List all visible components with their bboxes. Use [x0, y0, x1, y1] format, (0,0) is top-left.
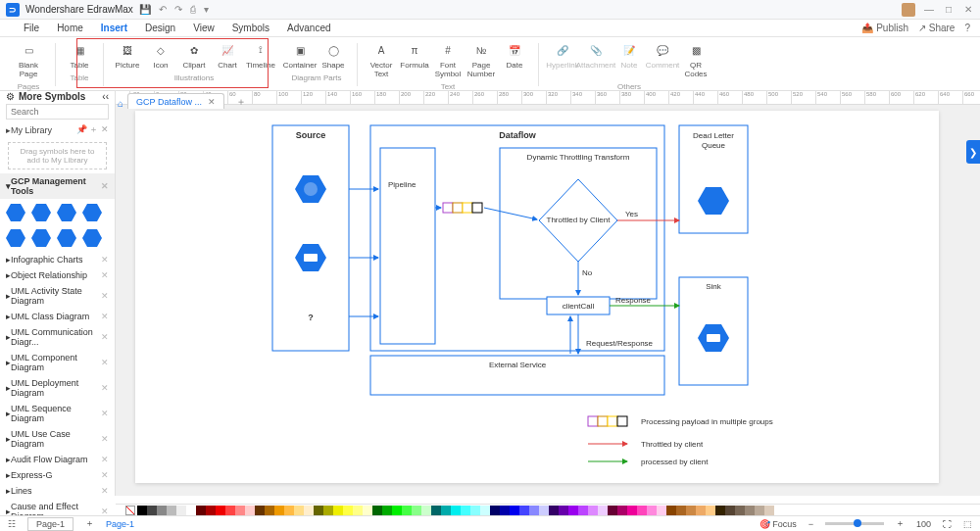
page-number-button[interactable]: №Page Number: [466, 39, 497, 80]
category-item[interactable]: ▸ UML Activity State Diagram✕: [0, 283, 115, 309]
color-swatch[interactable]: [735, 506, 745, 515]
color-swatch[interactable]: [176, 506, 186, 515]
color-swatch[interactable]: [186, 506, 196, 515]
close-window-button[interactable]: ✕: [962, 4, 974, 15]
color-swatch[interactable]: [510, 506, 519, 515]
focus-button[interactable]: 🎯 Focus: [760, 519, 797, 529]
color-swatch[interactable]: [235, 506, 245, 515]
menu-symbols[interactable]: Symbols: [232, 23, 270, 33]
shape-hex-1[interactable]: [6, 203, 25, 222]
my-library-header[interactable]: ▸ My Library📌 ＋ ✕: [0, 121, 115, 138]
category-item[interactable]: ▸ Infographic Charts✕: [0, 252, 115, 267]
share-button[interactable]: ↗ Share: [918, 23, 955, 33]
category-item[interactable]: ▸ Lines✕: [0, 483, 115, 499]
color-swatch[interactable]: [666, 506, 676, 515]
color-swatch[interactable]: [500, 506, 510, 515]
color-swatch[interactable]: [706, 506, 715, 515]
shape-hex-8[interactable]: [82, 228, 102, 248]
color-none[interactable]: [125, 506, 135, 515]
color-swatch[interactable]: [225, 506, 235, 515]
save-icon[interactable]: 💾: [139, 4, 151, 15]
category-item[interactable]: ▸ UML Use Case Diagram✕: [0, 426, 115, 452]
date-button[interactable]: 📅Date: [499, 39, 530, 80]
color-swatch[interactable]: [598, 506, 608, 515]
fullscreen-button[interactable]: ⬚: [963, 519, 972, 529]
canvas[interactable]: -200204060801001201401601802002202402602…: [116, 91, 980, 496]
color-swatch[interactable]: [304, 506, 314, 515]
color-swatch[interactable]: [657, 506, 666, 515]
drag-drop-area[interactable]: Drag symbols here to add to My Library: [8, 142, 107, 169]
comment-button[interactable]: 💬Comment: [647, 39, 678, 80]
color-swatch[interactable]: [323, 506, 333, 515]
color-swatch[interactable]: [608, 506, 617, 515]
color-swatch[interactable]: [245, 506, 255, 515]
color-swatch[interactable]: [755, 506, 764, 515]
color-swatch[interactable]: [333, 506, 343, 515]
color-swatch[interactable]: [206, 506, 216, 515]
avatar[interactable]: [902, 3, 915, 17]
page[interactable]: Source ? Dataflow Pipeline Dynamic Throt…: [135, 111, 939, 483]
container-button[interactable]: ▣Container: [284, 39, 316, 72]
color-swatch[interactable]: [392, 506, 402, 515]
color-swatch[interactable]: [745, 506, 755, 515]
color-swatch[interactable]: [314, 506, 323, 515]
color-swatch[interactable]: [372, 506, 382, 515]
color-swatch[interactable]: [196, 506, 206, 515]
color-swatch[interactable]: [284, 506, 294, 515]
fit-button[interactable]: ⛶: [943, 519, 952, 529]
color-swatch[interactable]: [715, 506, 725, 515]
color-swatch[interactable]: [539, 506, 549, 515]
category-item[interactable]: ▸ UML Communication Diagr...✕: [0, 324, 115, 350]
color-swatch[interactable]: [627, 506, 637, 515]
attachment-button[interactable]: 📎Attachment: [580, 39, 612, 80]
color-swatch[interactable]: [480, 506, 490, 515]
file-tab[interactable]: GCP Dataflow ...✕: [127, 93, 224, 109]
shape-hex-3[interactable]: [57, 203, 76, 222]
color-swatch[interactable]: [441, 506, 451, 515]
color-swatch[interactable]: [617, 506, 627, 515]
font-symbol-button[interactable]: #Font Symbol: [432, 39, 464, 80]
zoom-value[interactable]: 100: [916, 519, 931, 529]
color-swatch[interactable]: [461, 506, 470, 515]
category-item[interactable]: ▸ UML Sequence Diagram✕: [0, 401, 115, 426]
color-swatch[interactable]: [725, 506, 735, 515]
zoom-in-button[interactable]: ＋: [896, 517, 905, 530]
color-swatch[interactable]: [274, 506, 284, 515]
category-item[interactable]: ▸ Object Relationship✕: [0, 267, 115, 283]
color-swatch[interactable]: [637, 506, 647, 515]
color-swatch[interactable]: [578, 506, 588, 515]
shape-hex-2[interactable]: [31, 203, 51, 222]
menu-view[interactable]: View: [193, 23, 215, 33]
color-swatch[interactable]: [529, 506, 539, 515]
color-swatch[interactable]: [363, 506, 372, 515]
gcp-tools-header[interactable]: ▾ GCP Management Tools✕: [0, 173, 115, 199]
color-swatch[interactable]: [402, 506, 412, 515]
color-swatch[interactable]: [549, 506, 559, 515]
color-swatch[interactable]: [157, 506, 167, 515]
color-swatch[interactable]: [490, 506, 500, 515]
blank-page-button[interactable]: ▭Blank Page: [10, 39, 47, 80]
redo-icon[interactable]: ↷: [174, 4, 182, 15]
more-symbols-header[interactable]: ⚙More Symbols‹‹: [0, 91, 115, 102]
close-tab-icon[interactable]: ✕: [208, 97, 216, 107]
color-swatch[interactable]: [343, 506, 353, 515]
page-tab[interactable]: Page-1: [27, 517, 74, 531]
color-swatch[interactable]: [588, 506, 598, 515]
minimize-button[interactable]: —: [923, 4, 935, 15]
color-swatch[interactable]: [696, 506, 706, 515]
color-swatch[interactable]: [686, 506, 696, 515]
color-swatch[interactable]: [451, 506, 461, 515]
help-icon[interactable]: ?: [964, 23, 970, 33]
maximize-button[interactable]: □: [943, 4, 955, 15]
color-swatch[interactable]: [353, 506, 363, 515]
color-swatch[interactable]: [137, 506, 147, 515]
color-swatch[interactable]: [294, 506, 304, 515]
menu-advanced[interactable]: Advanced: [287, 23, 330, 33]
shape-button[interactable]: ◯Shape: [318, 39, 349, 72]
color-swatch[interactable]: [255, 506, 265, 515]
menu-file[interactable]: File: [24, 23, 39, 33]
color-swatch[interactable]: [265, 506, 274, 515]
color-swatch[interactable]: [568, 506, 578, 515]
new-tab-button[interactable]: ＋: [236, 95, 246, 109]
print-icon[interactable]: ⎙: [190, 4, 196, 15]
